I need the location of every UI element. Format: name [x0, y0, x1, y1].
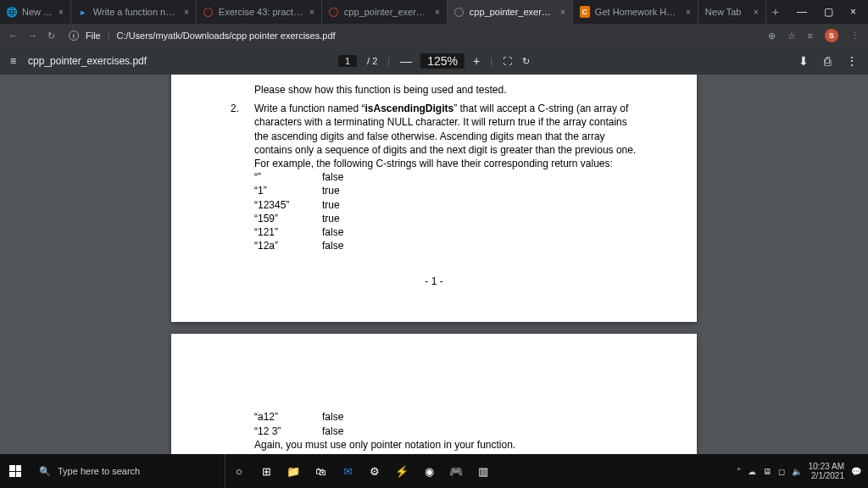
volume-icon[interactable]: 🔈 [792, 467, 802, 476]
browser-tab-strip: 🌐 New Tab × ▸ Write a function name… × E… [0, 0, 868, 24]
fit-page-icon[interactable]: ⛶ [503, 56, 512, 66]
question-para-1: Write a function named “isAscendingDigit… [254, 102, 637, 157]
question-body: Write a function named “isAscendingDigit… [254, 102, 637, 252]
mail-icon[interactable]: ✉ [334, 454, 361, 488]
question-para-3: Again, you must use only pointer notatio… [254, 438, 637, 452]
intro-line: Please show how this function is being u… [254, 83, 637, 97]
action-center-icon[interactable]: 💬 [851, 467, 861, 476]
tab-new-tab-2[interactable]: New Tab × [698, 0, 766, 24]
tab-cpp-pointer-1[interactable]: cpp_pointer_exercises… × [322, 0, 448, 24]
table-row: “a12”false [254, 410, 637, 424]
rotate-icon[interactable]: ↻ [522, 56, 530, 67]
tab-get-homework[interactable]: C Get Homework Help W… × [573, 0, 698, 24]
globe-icon: 🌐 [7, 7, 17, 17]
wifi-icon[interactable]: ◻ [778, 467, 785, 476]
start-button[interactable] [0, 465, 31, 477]
tray-overflow-icon[interactable]: ˄ [737, 467, 741, 476]
examples-table-1: “”false “1”true “12345”true “159”true “1… [254, 170, 637, 252]
new-tab-button[interactable]: + [766, 5, 785, 19]
power-icon[interactable]: ⚡ [388, 454, 415, 488]
reload-button[interactable]: ↻ [47, 30, 55, 42]
zoom-level[interactable]: 125% [420, 53, 465, 69]
onedrive-icon[interactable]: ☁ [748, 467, 756, 476]
tab-label: New Tab [705, 7, 748, 17]
task-view-icon[interactable]: ⊞ [253, 454, 280, 488]
divider: | [490, 56, 492, 66]
ring-icon [454, 7, 465, 17]
forward-button[interactable]: → [28, 30, 37, 41]
question-para-4: Please show how this function is being u… [254, 452, 637, 454]
zoom-indicator-icon[interactable]: ⊕ [768, 30, 776, 42]
tab-label: Exercise 43: practice o… [219, 7, 304, 17]
search-placeholder: Type here to search [58, 466, 140, 476]
minimize-button[interactable]: — [797, 6, 807, 18]
chegg-icon: C [580, 7, 590, 17]
page2-body: “a12”false “12 3”false Again, you must u… [254, 410, 637, 454]
file-explorer-icon[interactable]: 📁 [280, 454, 307, 488]
window-controls: — ▢ × [785, 6, 868, 18]
pdf-page-1: Please show how this function is being u… [171, 75, 697, 322]
tab-write-function[interactable]: ▸ Write a function name… × [71, 0, 197, 24]
nav-buttons: ← → ↻ [8, 30, 55, 42]
store-icon[interactable]: 🛍 [307, 454, 334, 488]
close-icon[interactable]: × [560, 8, 565, 17]
pdf-center-controls: 1 / 2 | — 125% + | ⛶ ↻ [338, 53, 530, 69]
tab-label: Write a function name… [93, 7, 179, 17]
table-row: “12 3”false [254, 424, 637, 438]
tab-label: Get Homework Help W… [595, 7, 681, 17]
print-icon[interactable]: ⎙ [824, 54, 831, 68]
page-number: - 1 - [231, 274, 637, 288]
taskbar-clock[interactable]: 10:23 AM 2/1/2021 [809, 462, 844, 480]
page-current[interactable]: 1 [338, 55, 357, 67]
pdf-right-controls: ⬇ ⎙ ⋮ [798, 54, 858, 68]
tab-exercise-43[interactable]: Exercise 43: practice o… × [197, 0, 322, 24]
item-number: 2. [231, 102, 242, 252]
maximize-button[interactable]: ▢ [824, 6, 833, 18]
table-row: “1”true [254, 184, 637, 197]
url-sep: | [108, 30, 110, 41]
reading-list-icon[interactable]: ≡ [808, 30, 813, 41]
tab-cpp-pointer-active[interactable]: cpp_pointer_exercises… × [448, 0, 573, 24]
close-icon[interactable]: × [754, 8, 759, 17]
close-icon[interactable]: × [184, 8, 189, 17]
app-icon[interactable]: ▥ [470, 454, 497, 488]
system-tray: ˄ ☁ 🖥 ◻ 🔈 10:23 AM 2/1/2021 💬 [730, 462, 868, 480]
omnibox[interactable]: i File | C:/Users/myatk/Downloads/cpp po… [64, 30, 760, 41]
url-scheme: File [86, 30, 101, 41]
zoom-out-button[interactable]: — [400, 54, 412, 68]
pdf-toolbar: ≡ cpp_pointer_exercises.pdf 1 / 2 | — 12… [0, 47, 868, 75]
close-icon[interactable]: × [686, 8, 691, 17]
pdf-viewer[interactable]: Please show how this function is being u… [0, 75, 868, 454]
close-icon[interactable]: × [58, 8, 64, 17]
question-2: 2. Write a function named “isAscendingDi… [231, 102, 637, 252]
table-row: “12345”true [254, 198, 637, 212]
bookmark-star-icon[interactable]: ☆ [787, 30, 796, 42]
close-icon[interactable]: × [435, 8, 440, 17]
pdf-page-2: “a12”false “12 3”false Again, you must u… [171, 334, 697, 454]
tab-new-tab-1[interactable]: 🌐 New Tab × [0, 0, 71, 24]
tab-label: cpp_pointer_exercises… [470, 7, 555, 17]
close-icon[interactable]: × [309, 8, 314, 17]
cortana-icon[interactable]: ○ [225, 454, 253, 488]
tab-label: cpp_pointer_exercises… [344, 7, 430, 17]
tab-label: New Tab [22, 7, 53, 17]
back-button[interactable]: ← [8, 30, 18, 41]
close-window-button[interactable]: × [850, 6, 856, 18]
doc-icon: ▸ [78, 7, 88, 17]
more-icon[interactable]: ⋮ [846, 54, 858, 68]
search-icon: 🔍 [39, 466, 51, 477]
url-path: C:/Users/myatk/Downloads/cpp pointer exe… [117, 30, 336, 41]
network-icon[interactable]: 🖥 [763, 467, 771, 476]
hamburger-icon[interactable]: ≡ [10, 55, 16, 67]
pdf-filename: cpp_pointer_exercises.pdf [28, 55, 147, 67]
question-para-2: For example, the following C-strings wil… [254, 157, 637, 170]
discord-icon[interactable]: 🎮 [442, 454, 470, 488]
taskbar-search[interactable]: 🔍 Type here to search [31, 454, 225, 488]
download-icon[interactable]: ⬇ [798, 54, 809, 68]
table-row: “159”true [254, 212, 637, 225]
settings-icon[interactable]: ⚙ [361, 454, 388, 488]
profile-avatar[interactable]: S [825, 29, 838, 42]
chrome-icon[interactable]: ◉ [415, 454, 442, 488]
zoom-in-button[interactable]: + [473, 54, 480, 68]
kebab-menu-icon[interactable]: ⋮ [850, 30, 860, 42]
